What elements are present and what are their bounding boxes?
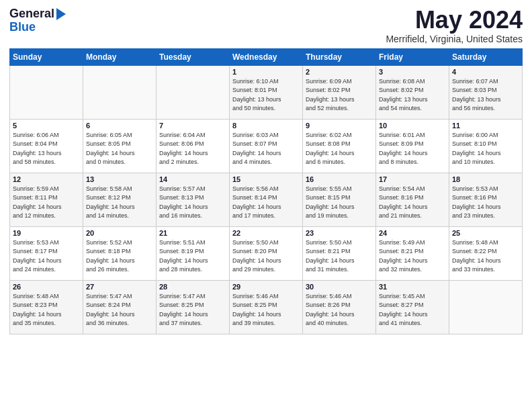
calendar-cell: 10Sunrise: 6:01 AM Sunset: 8:09 PM Dayli…: [376, 119, 449, 173]
calendar-cell: [449, 280, 523, 334]
day-number: 22: [232, 229, 300, 237]
calendar-cell: 19Sunrise: 5:53 AM Sunset: 8:17 PM Dayli…: [10, 226, 83, 280]
calendar-cell: 2Sunrise: 6:09 AM Sunset: 8:02 PM Daylig…: [303, 65, 376, 119]
calendar-cell: 15Sunrise: 5:56 AM Sunset: 8:14 PM Dayli…: [230, 173, 303, 226]
col-thursday: Thursday: [303, 48, 376, 65]
col-saturday: Saturday: [449, 48, 523, 65]
day-number: 7: [159, 122, 226, 130]
day-info: Sunrise: 6:02 AM Sunset: 8:08 PM Dayligh…: [306, 131, 373, 167]
day-info: Sunrise: 6:08 AM Sunset: 8:02 PM Dayligh…: [379, 77, 446, 113]
day-number: 31: [379, 283, 446, 291]
day-number: 11: [452, 122, 519, 130]
calendar-cell: 12Sunrise: 5:59 AM Sunset: 8:11 PM Dayli…: [10, 173, 83, 226]
day-info: Sunrise: 5:54 AM Sunset: 8:16 PM Dayligh…: [379, 185, 446, 221]
calendar-cell: 13Sunrise: 5:58 AM Sunset: 8:12 PM Dayli…: [83, 173, 157, 226]
day-info: Sunrise: 5:47 AM Sunset: 8:24 PM Dayligh…: [86, 292, 153, 328]
day-number: 6: [86, 122, 153, 130]
day-info: Sunrise: 5:57 AM Sunset: 8:13 PM Dayligh…: [159, 185, 226, 221]
week-row-5: 26Sunrise: 5:48 AM Sunset: 8:23 PM Dayli…: [10, 280, 523, 334]
calendar-cell: 31Sunrise: 5:45 AM Sunset: 8:27 PM Dayli…: [376, 280, 449, 334]
day-number: 8: [232, 122, 300, 130]
day-info: Sunrise: 5:58 AM Sunset: 8:12 PM Dayligh…: [86, 185, 153, 221]
day-info: Sunrise: 5:52 AM Sunset: 8:18 PM Dayligh…: [86, 238, 153, 275]
day-number: 25: [452, 229, 519, 237]
day-number: 30: [306, 283, 373, 291]
col-friday: Friday: [376, 48, 449, 65]
calendar-table: Sunday Monday Tuesday Wednesday Thursday…: [9, 48, 523, 334]
calendar-cell: 7Sunrise: 6:04 AM Sunset: 8:06 PM Daylig…: [157, 119, 230, 173]
calendar-cell: 6Sunrise: 6:05 AM Sunset: 8:05 PM Daylig…: [83, 119, 157, 173]
day-info: Sunrise: 5:47 AM Sunset: 8:25 PM Dayligh…: [159, 292, 226, 328]
day-number: 29: [232, 283, 300, 291]
day-info: Sunrise: 5:50 AM Sunset: 8:21 PM Dayligh…: [306, 238, 373, 275]
day-number: 1: [232, 68, 300, 76]
calendar-cell: 24Sunrise: 5:49 AM Sunset: 8:21 PM Dayli…: [376, 226, 449, 280]
logo-blue: Blue: [9, 21, 36, 33]
day-info: Sunrise: 5:56 AM Sunset: 8:14 PM Dayligh…: [232, 185, 300, 221]
header-row: Sunday Monday Tuesday Wednesday Thursday…: [10, 48, 523, 65]
calendar-cell: 29Sunrise: 5:46 AM Sunset: 8:25 PM Dayli…: [230, 280, 303, 334]
day-info: Sunrise: 6:03 AM Sunset: 8:07 PM Dayligh…: [232, 131, 300, 167]
day-number: 2: [306, 68, 373, 76]
logo-general: General: [9, 7, 54, 21]
day-info: Sunrise: 5:55 AM Sunset: 8:15 PM Dayligh…: [306, 185, 373, 221]
day-info: Sunrise: 6:04 AM Sunset: 8:06 PM Dayligh…: [159, 131, 226, 167]
location: Merrifield, Virginia, United States: [386, 34, 523, 44]
calendar-cell: 30Sunrise: 5:46 AM Sunset: 8:26 PM Dayli…: [303, 280, 376, 334]
day-number: 20: [86, 229, 153, 237]
week-row-4: 19Sunrise: 5:53 AM Sunset: 8:17 PM Dayli…: [10, 226, 523, 280]
day-number: 10: [379, 122, 446, 130]
calendar-cell: 27Sunrise: 5:47 AM Sunset: 8:24 PM Dayli…: [83, 280, 157, 334]
calendar-cell: 4Sunrise: 6:07 AM Sunset: 8:03 PM Daylig…: [449, 65, 523, 119]
day-number: 3: [379, 68, 446, 76]
day-info: Sunrise: 6:05 AM Sunset: 8:05 PM Dayligh…: [86, 131, 153, 167]
day-info: Sunrise: 5:59 AM Sunset: 8:11 PM Dayligh…: [13, 185, 80, 221]
calendar-cell: 26Sunrise: 5:48 AM Sunset: 8:23 PM Dayli…: [10, 280, 83, 334]
col-tuesday: Tuesday: [157, 48, 230, 65]
calendar-cell: 23Sunrise: 5:50 AM Sunset: 8:21 PM Dayli…: [303, 226, 376, 280]
day-info: Sunrise: 6:07 AM Sunset: 8:03 PM Dayligh…: [452, 77, 519, 113]
header: General Blue May 2024 Merrifield, Virgin…: [9, 7, 523, 44]
calendar-cell: 28Sunrise: 5:47 AM Sunset: 8:25 PM Dayli…: [157, 280, 230, 334]
day-number: 18: [452, 175, 519, 183]
day-number: 17: [379, 175, 446, 183]
calendar-cell: 18Sunrise: 5:53 AM Sunset: 8:16 PM Dayli…: [449, 173, 523, 226]
day-number: 26: [13, 283, 80, 291]
day-info: Sunrise: 6:06 AM Sunset: 8:04 PM Dayligh…: [13, 131, 80, 167]
day-number: 28: [159, 283, 226, 291]
day-number: 27: [86, 283, 153, 291]
calendar-cell: [83, 65, 157, 119]
day-number: 16: [306, 175, 373, 183]
day-info: Sunrise: 5:50 AM Sunset: 8:20 PM Dayligh…: [232, 238, 300, 275]
day-number: 23: [306, 229, 373, 237]
page-container: General Blue May 2024 Merrifield, Virgin…: [0, 0, 532, 341]
day-info: Sunrise: 5:46 AM Sunset: 8:26 PM Dayligh…: [306, 292, 373, 328]
week-row-3: 12Sunrise: 5:59 AM Sunset: 8:11 PM Dayli…: [10, 173, 523, 226]
day-number: 4: [452, 68, 519, 76]
calendar-cell: 5Sunrise: 6:06 AM Sunset: 8:04 PM Daylig…: [10, 119, 83, 173]
day-info: Sunrise: 5:51 AM Sunset: 8:19 PM Dayligh…: [159, 238, 226, 275]
day-info: Sunrise: 5:53 AM Sunset: 8:16 PM Dayligh…: [452, 185, 519, 221]
day-number: 9: [306, 122, 373, 130]
day-number: 14: [159, 175, 226, 183]
logo: General Blue: [9, 7, 66, 33]
calendar-cell: 22Sunrise: 5:50 AM Sunset: 8:20 PM Dayli…: [230, 226, 303, 280]
day-info: Sunrise: 5:46 AM Sunset: 8:25 PM Dayligh…: [232, 292, 300, 328]
day-number: 5: [13, 122, 80, 130]
day-info: Sunrise: 5:49 AM Sunset: 8:21 PM Dayligh…: [379, 238, 446, 275]
week-row-1: 1Sunrise: 6:10 AM Sunset: 8:01 PM Daylig…: [10, 65, 523, 119]
calendar-cell: 8Sunrise: 6:03 AM Sunset: 8:07 PM Daylig…: [230, 119, 303, 173]
day-number: 24: [379, 229, 446, 237]
calendar-cell: 3Sunrise: 6:08 AM Sunset: 8:02 PM Daylig…: [376, 65, 449, 119]
col-wednesday: Wednesday: [230, 48, 303, 65]
title-section: May 2024 Merrifield, Virginia, United St…: [386, 7, 523, 44]
month-title: May 2024: [386, 7, 523, 34]
day-info: Sunrise: 5:48 AM Sunset: 8:22 PM Dayligh…: [452, 238, 519, 275]
calendar-cell: 14Sunrise: 5:57 AM Sunset: 8:13 PM Dayli…: [157, 173, 230, 226]
calendar-cell: 17Sunrise: 5:54 AM Sunset: 8:16 PM Dayli…: [376, 173, 449, 226]
day-info: Sunrise: 6:01 AM Sunset: 8:09 PM Dayligh…: [379, 131, 446, 167]
calendar-cell: 25Sunrise: 5:48 AM Sunset: 8:22 PM Dayli…: [449, 226, 523, 280]
calendar-cell: 16Sunrise: 5:55 AM Sunset: 8:15 PM Dayli…: [303, 173, 376, 226]
week-row-2: 5Sunrise: 6:06 AM Sunset: 8:04 PM Daylig…: [10, 119, 523, 173]
calendar-cell: 1Sunrise: 6:10 AM Sunset: 8:01 PM Daylig…: [230, 65, 303, 119]
